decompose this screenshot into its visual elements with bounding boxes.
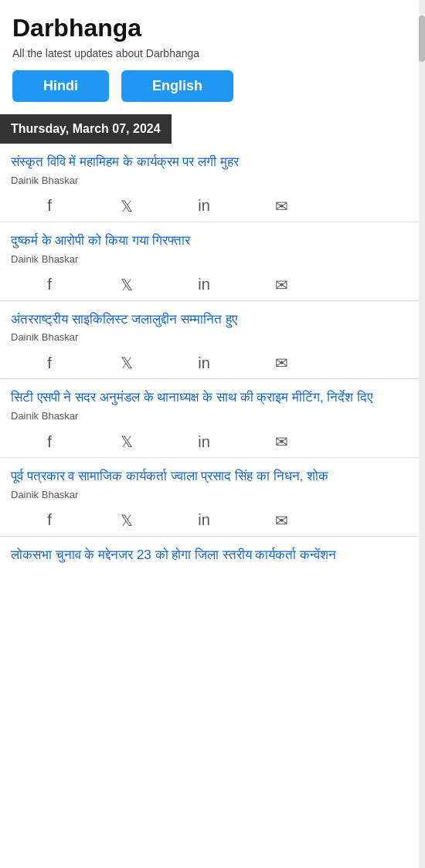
news-source: Dainik Bhaskar	[11, 410, 414, 422]
facebook-share-icon[interactable]: f	[11, 433, 88, 451]
news-headline[interactable]: पूर्व पत्रकार व सामाजिक कार्यकर्ता ज्वाल…	[11, 467, 414, 486]
facebook-share-icon[interactable]: f	[11, 276, 88, 293]
language-buttons: Hindi English	[12, 70, 413, 102]
news-item: संस्कृत विवि में महामिहम के कार्यक्रम पर…	[0, 144, 425, 222]
share-row: f 𝕏 in ✉	[11, 428, 414, 457]
email-share-icon[interactable]: ✉	[243, 432, 320, 451]
scrollbar-track	[419, 0, 425, 568]
page-title: Darbhanga	[12, 14, 413, 42]
scrollbar-thumb[interactable]	[419, 15, 425, 62]
news-list: संस्कृत विवि में महामिहम के कार्यक्रम पर…	[0, 144, 425, 565]
news-source: Dainik Bhaskar	[11, 489, 414, 500]
email-share-icon[interactable]: ✉	[243, 276, 320, 294]
facebook-share-icon[interactable]: f	[11, 197, 88, 215]
twitter-share-icon[interactable]: 𝕏	[88, 511, 165, 530]
twitter-share-icon[interactable]: 𝕏	[88, 432, 165, 451]
email-share-icon[interactable]: ✉	[243, 354, 320, 372]
linkedin-share-icon[interactable]: in	[165, 354, 243, 372]
page-header: Darbhanga All the latest updates about D…	[0, 0, 425, 114]
news-headline[interactable]: लोकसभा चुनाव के मद्देनजर 23 को होगा जिला…	[11, 546, 414, 565]
news-source: Dainik Bhaskar	[11, 331, 414, 343]
news-headline[interactable]: अंतरराष्ट्रीय साइकिलिस्ट जलालुद्दीन सम्म…	[11, 310, 414, 329]
news-item: पूर्व पत्रकार व सामाजिक कार्यकर्ता ज्वाल…	[0, 458, 425, 537]
page-subtitle: All the latest updates about Darbhanga	[12, 47, 413, 59]
twitter-share-icon[interactable]: 𝕏	[88, 276, 165, 294]
twitter-share-icon[interactable]: 𝕏	[88, 197, 165, 215]
share-row: f 𝕏 in ✉	[11, 271, 414, 300]
hindi-button[interactable]: Hindi	[12, 70, 109, 102]
facebook-share-icon[interactable]: f	[11, 511, 88, 529]
date-bar: Thursday, March 07, 2024	[0, 114, 172, 144]
news-item-partial: लोकसभा चुनाव के मद्देनजर 23 को होगा जिला…	[0, 537, 425, 565]
news-headline[interactable]: सिटी एसपी ने सदर अनुमंडल के थानाध्यक्ष क…	[11, 388, 414, 407]
share-row: f 𝕏 in ✉	[11, 349, 414, 378]
news-source: Dainik Bhaskar	[11, 253, 414, 265]
email-share-icon[interactable]: ✉	[243, 197, 320, 215]
email-share-icon[interactable]: ✉	[243, 511, 320, 530]
linkedin-share-icon[interactable]: in	[165, 511, 243, 529]
linkedin-share-icon[interactable]: in	[165, 433, 243, 451]
news-headline[interactable]: दुष्कर्म के आरोपी को किया गया गिरफ्तार	[11, 232, 414, 250]
news-item: सिटी एसपी ने सदर अनुमंडल के थानाध्यक्ष क…	[0, 379, 425, 458]
news-source: Dainik Bhaskar	[11, 175, 414, 186]
linkedin-share-icon[interactable]: in	[165, 197, 243, 215]
share-row: f 𝕏 in ✉	[11, 507, 414, 536]
news-headline[interactable]: संस्कृत विवि में महामिहम के कार्यक्रम पर…	[11, 153, 414, 171]
facebook-share-icon[interactable]: f	[11, 354, 88, 372]
linkedin-share-icon[interactable]: in	[165, 276, 243, 293]
english-button[interactable]: English	[121, 70, 233, 102]
twitter-share-icon[interactable]: 𝕏	[88, 354, 165, 372]
share-row: f 𝕏 in ✉	[11, 192, 414, 222]
news-item: दुष्कर्म के आरोपी को किया गया गिरफ्तार D…	[0, 222, 425, 301]
news-item: अंतरराष्ट्रीय साइकिलिस्ट जलालुद्दीन सम्म…	[0, 301, 425, 380]
